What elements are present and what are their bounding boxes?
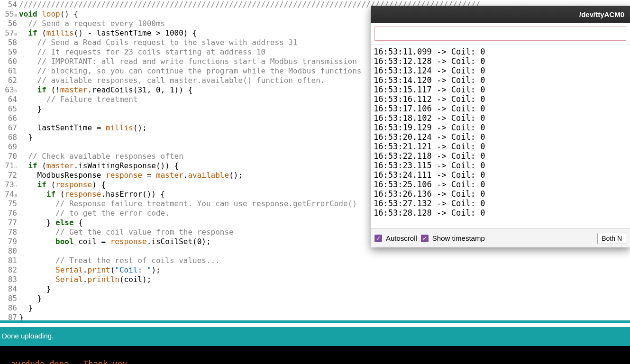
code-line[interactable] bbox=[19, 246, 630, 256]
line-number: 58 bbox=[0, 38, 17, 47]
code-line[interactable]: } bbox=[19, 284, 630, 294]
line-number: 63⊟ bbox=[0, 85, 17, 95]
line-number: 79 bbox=[0, 237, 17, 246]
serial-line: 16:53:13.124 -> Coil: 0 bbox=[374, 66, 627, 75]
serial-line: 16:53:22.118 -> Coil: 0 bbox=[374, 151, 627, 161]
serial-line: 16:53:16.112 -> Coil: 0 bbox=[374, 94, 627, 104]
line-number: 71⊟ bbox=[0, 161, 17, 171]
line-number: 84 bbox=[0, 284, 17, 294]
code-line[interactable]: } bbox=[19, 303, 630, 313]
line-number: 60 bbox=[0, 57, 17, 66]
autoscroll-label: Autoscroll bbox=[386, 234, 417, 242]
code-line[interactable]: Serial.print("Coil: "); bbox=[19, 265, 630, 275]
serial-line: 16:53:17.106 -> Coil: 0 bbox=[374, 104, 627, 113]
line-number: 56 bbox=[0, 19, 17, 28]
line-number: 65 bbox=[0, 104, 17, 114]
compiler-console: avrdude done. Thank you. bbox=[0, 346, 630, 364]
line-number: 76 bbox=[0, 209, 17, 218]
line-number: 83 bbox=[0, 275, 17, 284]
line-number: 70 bbox=[0, 152, 17, 161]
code-line[interactable]: // Treat the rest of coils values... bbox=[19, 256, 630, 265]
serial-line: 16:53:23.115 -> Coil: 0 bbox=[374, 161, 627, 170]
line-number: 78 bbox=[0, 228, 17, 237]
line-number: 62 bbox=[0, 76, 17, 85]
serial-line: 16:53:24.111 -> Coil: 0 bbox=[374, 170, 627, 180]
line-number: 81 bbox=[0, 256, 17, 265]
line-number: 66 bbox=[0, 114, 17, 123]
line-number: 55⊟ bbox=[0, 9, 17, 19]
serial-line: 16:53:11.099 -> Coil: 0 bbox=[374, 47, 627, 56]
line-number: 75 bbox=[0, 199, 17, 209]
serial-line: 16:53:20.124 -> Coil: 0 bbox=[374, 132, 627, 142]
serial-title: /dev/ttyACM0 bbox=[579, 10, 624, 18]
line-number: 80 bbox=[0, 246, 17, 256]
serial-line: 16:53:18.102 -> Coil: 0 bbox=[374, 113, 627, 123]
line-number: 64 bbox=[0, 95, 17, 104]
serial-line: 16:53:21.121 -> Coil: 0 bbox=[374, 142, 627, 151]
serial-line: 16:53:14.120 -> Coil: 0 bbox=[374, 75, 627, 85]
line-number-gutter: 5455⊟5657⊟585960616263⊟6465666768697071⊟… bbox=[0, 0, 18, 327]
line-number: 82 bbox=[0, 265, 17, 275]
line-number: 72 bbox=[0, 171, 17, 180]
serial-line: 16:53:26.136 -> Coil: 0 bbox=[374, 189, 627, 199]
console-text: avrdude done. Thank you. bbox=[10, 359, 132, 364]
line-number: 54 bbox=[0, 0, 17, 9]
line-number: 85 bbox=[0, 294, 17, 303]
serial-footer: ✓ Autoscroll ✓ Show timestamp Both N bbox=[371, 228, 630, 247]
status-text: Done uploading. bbox=[2, 332, 54, 340]
serial-line: 16:53:19.129 -> Coil: 0 bbox=[374, 123, 627, 132]
serial-line: 16:53:28.128 -> Coil: 0 bbox=[374, 208, 627, 218]
status-bar: Done uploading. bbox=[0, 327, 630, 346]
serial-output[interactable]: 16:53:11.099 -> Coil: 016:53:12.128 -> C… bbox=[371, 45, 630, 228]
serial-input-row bbox=[371, 23, 630, 45]
timestamp-checkbox[interactable]: ✓ bbox=[421, 235, 429, 242]
serial-line: 16:53:25.106 -> Coil: 0 bbox=[374, 180, 627, 189]
timestamp-label: Show timestamp bbox=[432, 234, 485, 242]
line-number: 86 bbox=[0, 303, 17, 313]
line-number: 59 bbox=[0, 47, 17, 57]
serial-line: 16:53:12.128 -> Coil: 0 bbox=[374, 56, 627, 66]
line-number: 68 bbox=[0, 133, 17, 142]
code-line[interactable]: } bbox=[19, 294, 630, 303]
divider bbox=[0, 320, 630, 323]
code-line[interactable]: Serial.println(coil); bbox=[19, 275, 630, 284]
line-number: 74⊟ bbox=[0, 190, 17, 199]
line-number: 61 bbox=[0, 66, 17, 76]
line-number: 77 bbox=[0, 218, 17, 228]
line-number: 73⊟ bbox=[0, 180, 17, 190]
autoscroll-checkbox[interactable]: ✓ bbox=[374, 235, 382, 242]
serial-line: 16:53:15.117 -> Coil: 0 bbox=[374, 85, 627, 94]
serial-send-input[interactable] bbox=[374, 27, 626, 41]
serial-line: 16:53:27.132 -> Coil: 0 bbox=[374, 199, 627, 208]
line-number: 67 bbox=[0, 123, 17, 133]
serial-monitor-window[interactable]: /dev/ttyACM0 16:53:11.099 -> Coil: 016:5… bbox=[371, 6, 630, 247]
serial-titlebar[interactable]: /dev/ttyACM0 bbox=[371, 6, 630, 23]
line-number: 57⊟ bbox=[0, 28, 17, 38]
line-ending-select[interactable]: Both N bbox=[597, 233, 626, 244]
line-number: 69 bbox=[0, 142, 17, 152]
